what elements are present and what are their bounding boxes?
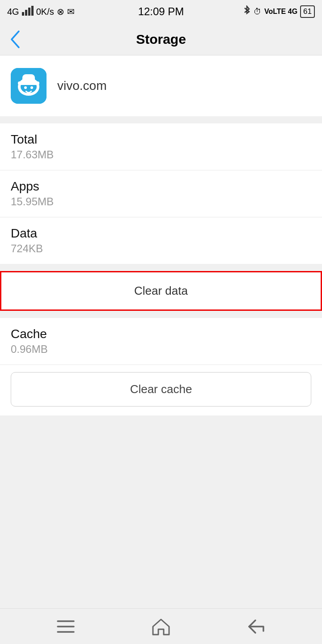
clear-cache-button[interactable]: Clear cache [11, 372, 311, 407]
vivo-app-icon-svg [11, 68, 47, 104]
clear-data-section: Clear data [0, 271, 322, 311]
svg-rect-2 [28, 8, 30, 16]
app-info-section: vivo.com [0, 55, 322, 116]
status-right: ⏱ VoLTE 4G 61 [243, 5, 315, 18]
clear-cache-container: Clear cache [0, 365, 322, 415]
menu-icon [56, 619, 76, 635]
app-icon [11, 68, 47, 104]
data-value: 724KB [11, 242, 311, 255]
svg-rect-0 [22, 12, 24, 16]
back-button[interactable] [9, 30, 21, 49]
total-value: 17.63MB [11, 148, 311, 161]
svg-rect-8 [22, 74, 35, 83]
lte-indicator: VoLTE 4G [264, 8, 297, 16]
svg-rect-3 [31, 6, 34, 16]
nav-bar: Storage [0, 23, 322, 55]
apps-label: Apps [11, 179, 311, 194]
apps-storage-item: Apps 15.95MB [0, 170, 322, 217]
back-icon [246, 619, 266, 635]
total-label: Total [11, 132, 311, 147]
total-storage-item: Total 17.63MB [0, 123, 322, 170]
page-spacer [0, 415, 322, 608]
status-bar: 4G 0K/s ⊗ ✉ 12:09 PM ⏱ VoLTE 4G 61 [0, 0, 322, 23]
home-nav-button[interactable] [148, 613, 174, 640]
menu-nav-button[interactable] [52, 613, 79, 640]
cache-label: Cache [11, 327, 311, 341]
battery-indicator: 61 [300, 5, 315, 18]
clear-data-button[interactable]: Clear data [0, 271, 322, 311]
svg-rect-1 [25, 10, 27, 16]
page-title: Storage [136, 32, 186, 47]
svg-point-9 [24, 86, 27, 89]
network-indicator: 4G [7, 7, 19, 17]
data-label: Data [11, 226, 311, 241]
status-time: 12:09 PM [138, 5, 184, 18]
status-left: 4G 0K/s ⊗ ✉ [7, 6, 75, 18]
mail-icon: ✉ [67, 6, 75, 17]
clock-icon: ⏱ [254, 7, 262, 17]
app-name: vivo.com [57, 79, 106, 93]
svg-point-10 [30, 86, 33, 89]
cache-section: Cache 0.96MB Clear cache [0, 318, 322, 415]
storage-section: Total 17.63MB Apps 15.95MB Data 724KB [0, 123, 322, 264]
bottom-nav [0, 608, 322, 644]
signal-bars [22, 6, 34, 18]
vpn-icon: ⊗ [57, 6, 64, 17]
speed-indicator: 0K/s [36, 7, 54, 17]
home-icon [151, 617, 171, 636]
data-storage-item: Data 724KB [0, 217, 322, 264]
cache-value: 0.96MB [11, 343, 311, 356]
back-nav-button[interactable] [243, 613, 270, 640]
cache-storage-item: Cache 0.96MB [0, 318, 322, 365]
bluetooth-icon [243, 5, 251, 18]
apps-value: 15.95MB [11, 195, 311, 208]
battery-level: 61 [303, 7, 312, 16]
